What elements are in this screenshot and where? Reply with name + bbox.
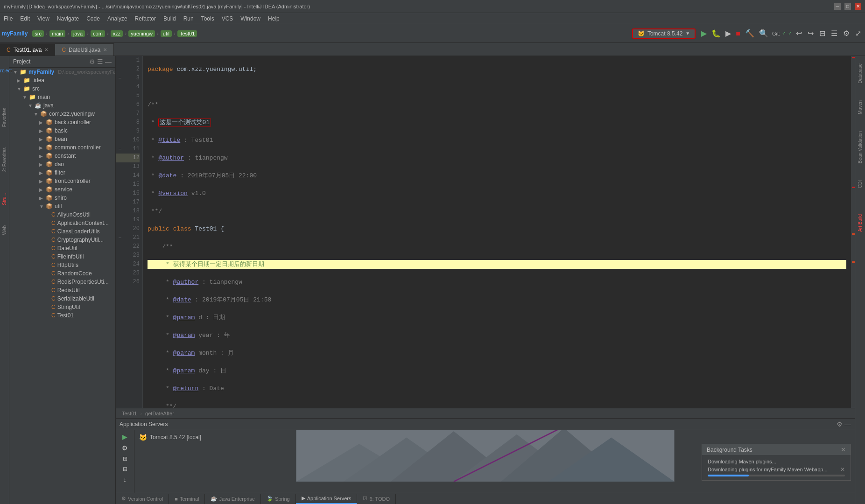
tree-redisprops[interactable]: ▶ C RedisPropertiesUti...	[9, 278, 115, 286]
stop-button[interactable]: ■	[734, 28, 742, 39]
maximize-button[interactable]: □	[844, 3, 851, 10]
server-tool1[interactable]: ⚙	[120, 443, 130, 453]
tree-shiro[interactable]: ▶ 📦 shiro	[9, 194, 115, 202]
tab-dateutil-close[interactable]: ✕	[103, 47, 107, 52]
panel-cdi[interactable]: CDI	[857, 176, 864, 192]
fold-3[interactable]: −	[116, 74, 124, 83]
sidebar-minimize-btn[interactable]: —	[105, 58, 112, 65]
activity-2favorites[interactable]: 2: Favorites	[1, 144, 8, 175]
menu-item-run[interactable]: Run	[180, 13, 197, 24]
tree-dateutil[interactable]: ▶ C DateUtil	[9, 244, 115, 252]
bg-tasks-close[interactable]: ✕	[841, 446, 846, 453]
server-run-btn[interactable]: ▶	[120, 432, 129, 441]
activity-favorites[interactable]: Favorites	[1, 104, 8, 131]
tree-constant[interactable]: ▶ 📦 constant	[9, 152, 115, 160]
git-back-button[interactable]: ↩	[794, 28, 804, 39]
bc-xzz: xzz	[111, 30, 123, 37]
run-button[interactable]: ▶	[699, 28, 709, 39]
tree-stringutil[interactable]: ▶ C StringUtil	[9, 303, 115, 311]
server-tool2[interactable]: ⊞	[121, 455, 129, 463]
menu-item-help[interactable]: Help	[264, 13, 283, 24]
menu-item-edit[interactable]: Edit	[16, 13, 34, 24]
menu-item-refactor[interactable]: Refactor	[131, 13, 160, 24]
tab-test01-close[interactable]: ✕	[44, 47, 48, 52]
app-servers-gear[interactable]: ⚙	[837, 420, 843, 428]
panel-bean-validation[interactable]: Bean Validation	[857, 127, 864, 167]
app-servers-close[interactable]: —	[844, 420, 851, 428]
panel-art-build[interactable]: Art Build	[857, 210, 864, 236]
expand-button[interactable]: ⤢	[853, 28, 863, 39]
tree-main[interactable]: ▼ 📁 main	[9, 93, 115, 101]
tab-version-control[interactable]: ⚙ Version Control	[116, 494, 169, 504]
tab-spring[interactable]: 🍃 Spring	[261, 494, 296, 504]
tree-bean[interactable]: ▶ 📦 bean	[9, 135, 115, 143]
tree-fileinfo[interactable]: ▶ C FileInfoUtil	[9, 252, 115, 261]
menu-item-code[interactable]: Code	[83, 13, 104, 24]
tree-redisutil[interactable]: ▶ C RedisUtil	[9, 286, 115, 294]
tree-test01[interactable]: ▶ C Test01	[9, 311, 115, 320]
tree-idea[interactable]: ▶ 📁 .idea	[9, 76, 115, 84]
tree-util[interactable]: ▼ 📦 util	[9, 202, 115, 210]
run-config[interactable]: 🐱 Tomcat 8.5.42 ▼	[632, 28, 696, 39]
tree-basic[interactable]: ▶ 📦 basic	[9, 126, 115, 135]
tree-root[interactable]: ▼ 📁 myFamily D:\idea_workspace\myFamil..…	[9, 68, 115, 76]
panel-database[interactable]: Database	[857, 60, 864, 87]
tree-service[interactable]: ▶ 📦 service	[9, 185, 115, 194]
tree-java[interactable]: ▼ ☕ java	[9, 101, 115, 110]
tree-appctx[interactable]: ▶ C ApplicationContext...	[9, 219, 115, 227]
menu-item-view[interactable]: View	[34, 13, 53, 24]
menu-item-build[interactable]: Build	[160, 13, 180, 24]
code-content[interactable]: − −	[116, 56, 855, 408]
panel-maven[interactable]: Maven	[857, 97, 864, 118]
sidebar-gear-btn[interactable]: ☰	[97, 58, 103, 65]
tree-random[interactable]: ▶ C RandomCode	[9, 269, 115, 278]
code-line-14: * @date : 2019年07月05日 21:58	[148, 295, 846, 304]
tree-aliyun[interactable]: ▶ C AliyunOssUtil	[9, 210, 115, 219]
coverage-button[interactable]: ▶	[724, 28, 733, 39]
code-lines[interactable]: package com.xzz.yueningw.util; /** * 这是一…	[143, 56, 851, 408]
tab-test01-label: Test01.java	[14, 47, 42, 53]
menu-item-analyze[interactable]: Analyze	[104, 13, 131, 24]
tree-crypto[interactable]: ▶ C CryptographyUtil...	[9, 236, 115, 244]
menu-item-window[interactable]: Window	[237, 13, 264, 24]
menu-item-tools[interactable]: Tools	[197, 13, 218, 24]
server-tomcat[interactable]: 🐱 Tomcat 8.5.42 [local]	[136, 432, 853, 442]
menu-item-navigate[interactable]: Navigate	[53, 13, 83, 24]
tree-dao[interactable]: ▶ 📦 dao	[9, 160, 115, 168]
tree-classloader[interactable]: ▶ C ClassLoaderUtils	[9, 227, 115, 236]
server-tool4[interactable]: ↕	[121, 475, 128, 484]
server-tool3[interactable]: ⊟	[121, 465, 129, 473]
minimize-button[interactable]: ─	[834, 3, 841, 10]
menu-item-vcs[interactable]: VCS	[218, 13, 237, 24]
tree-package-root[interactable]: ▼ 📦 com.xzz.yueningw	[9, 110, 115, 118]
activity-project[interactable]: Project	[0, 67, 15, 74]
tree-filter[interactable]: ▶ 📦 filter	[9, 168, 115, 177]
activity-web[interactable]: Web	[1, 222, 8, 238]
tree-back-controller[interactable]: ▶ 📦 back.controller	[9, 118, 115, 126]
tree-common-controller[interactable]: ▶ 📦 common.controller	[9, 143, 115, 152]
tree-serializable[interactable]: ▶ C SerializableUtil	[9, 294, 115, 303]
search-button[interactable]: 🔍	[757, 28, 770, 39]
menu-item-file[interactable]: File	[0, 13, 16, 24]
activity-structure[interactable]: Stru...	[1, 189, 8, 209]
debug-button[interactable]: 🐛	[710, 28, 723, 39]
build-button[interactable]: 🔨	[743, 28, 756, 39]
fold-11[interactable]: −	[116, 145, 124, 154]
tab-terminal[interactable]: ■ Terminal	[169, 494, 205, 504]
tab-java-enterprise[interactable]: ☕ Java Enterprise	[205, 494, 260, 504]
tree-front-controller[interactable]: ▶ 📦 front.controller	[9, 177, 115, 185]
git-extra-button[interactable]: ⊟	[817, 28, 827, 39]
task-cancel-btn[interactable]: ✕	[840, 466, 845, 473]
tab-todo[interactable]: ☑ 6: TODO	[357, 494, 396, 504]
tab-test01[interactable]: C Test01.java ✕	[0, 43, 55, 56]
tab-dateutil[interactable]: C DateUtil.java ✕	[55, 43, 114, 56]
git-list-button[interactable]: ☰	[829, 28, 839, 39]
tree-httputils[interactable]: ▶ C HttpUtils	[9, 261, 115, 269]
tab-app-servers[interactable]: ▶ Application Servers	[296, 494, 358, 504]
close-button[interactable]: ✕	[855, 3, 861, 10]
settings-button[interactable]: ⚙	[841, 28, 851, 39]
sidebar-sync-btn[interactable]: ⚙	[89, 58, 95, 65]
git-forward-button[interactable]: ↪	[806, 28, 816, 39]
fold-21[interactable]: −	[116, 233, 124, 242]
tree-src[interactable]: ▼ 📁 src	[9, 84, 115, 93]
